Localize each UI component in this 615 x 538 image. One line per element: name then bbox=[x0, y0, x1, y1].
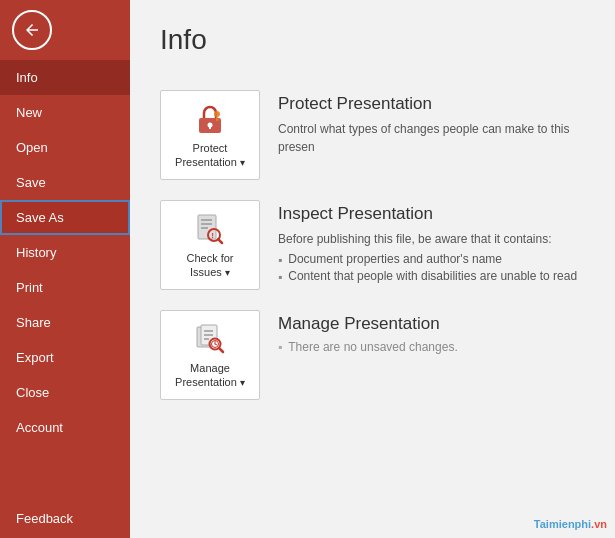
sidebar-item-share[interactable]: Share bbox=[0, 305, 130, 340]
svg-rect-5 bbox=[216, 119, 219, 121]
manage-icon-button[interactable]: ManagePresentation ▾ bbox=[160, 310, 260, 400]
sidebar-item-history[interactable]: History bbox=[0, 235, 130, 270]
page-title: Info bbox=[160, 24, 585, 56]
sidebar-item-print[interactable]: Print bbox=[0, 270, 130, 305]
manage-icon-label: ManagePresentation ▾ bbox=[175, 361, 245, 390]
manage-nosave: There are no unsaved changes. bbox=[278, 340, 585, 354]
info-section: ProtectPresentation ▾ Protect Presentati… bbox=[160, 84, 585, 406]
inspect-desc: Before publishing this file, be aware th… bbox=[278, 230, 585, 248]
sidebar-item-save[interactable]: Save bbox=[0, 165, 130, 200]
inspect-list-item: Document properties and author's name bbox=[278, 252, 585, 267]
protect-title: Protect Presentation bbox=[278, 94, 585, 114]
protect-desc: Control what types of changes people can… bbox=[278, 120, 585, 156]
protect-card: ProtectPresentation ▾ Protect Presentati… bbox=[160, 84, 585, 186]
svg-text:!: ! bbox=[212, 232, 214, 239]
sidebar: Info New Open Save Save As History Print… bbox=[0, 0, 130, 538]
inspect-content: Inspect Presentation Before publishing t… bbox=[278, 200, 585, 286]
sidebar-item-new[interactable]: New bbox=[0, 95, 130, 130]
main-content: Info ProtectPresentation ▾ Protec bbox=[130, 0, 615, 538]
manage-card: ManagePresentation ▾ Manage Presentation… bbox=[160, 304, 585, 406]
sidebar-item-open[interactable]: Open bbox=[0, 130, 130, 165]
svg-line-19 bbox=[219, 348, 223, 352]
inspect-card: ! Check forIssues ▾ Inspect Presentation… bbox=[160, 194, 585, 296]
protect-content: Protect Presentation Control what types … bbox=[278, 90, 585, 156]
svg-line-11 bbox=[218, 239, 222, 243]
sidebar-item-save-as[interactable]: Save As bbox=[0, 200, 130, 235]
protect-icon-button[interactable]: ProtectPresentation ▾ bbox=[160, 90, 260, 180]
sidebar-item-export[interactable]: Export bbox=[0, 340, 130, 375]
inspect-list: Document properties and author's name Co… bbox=[278, 252, 585, 284]
inspect-title: Inspect Presentation bbox=[278, 204, 585, 224]
protect-icon-label: ProtectPresentation ▾ bbox=[175, 141, 245, 170]
manage-content: Manage Presentation There are no unsaved… bbox=[278, 310, 585, 354]
manage-title: Manage Presentation bbox=[278, 314, 585, 334]
watermark: Taimienphi.vn bbox=[534, 518, 607, 530]
sidebar-item-info[interactable]: Info bbox=[0, 60, 130, 95]
inspect-icon-button[interactable]: ! Check forIssues ▾ bbox=[160, 200, 260, 290]
sidebar-item-close[interactable]: Close bbox=[0, 375, 130, 410]
inspect-icon-label: Check forIssues ▾ bbox=[186, 251, 233, 280]
watermark-text: Taimienphi bbox=[534, 518, 591, 530]
inspect-list-item: Content that people with disabilities ar… bbox=[278, 269, 585, 284]
svg-rect-2 bbox=[209, 126, 211, 129]
watermark-suffix: .vn bbox=[591, 518, 607, 530]
nav-menu: Info New Open Save Save As History Print… bbox=[0, 60, 130, 501]
back-button[interactable] bbox=[12, 10, 52, 50]
sidebar-item-account[interactable]: Account bbox=[0, 410, 130, 445]
sidebar-item-feedback[interactable]: Feedback bbox=[0, 501, 130, 538]
